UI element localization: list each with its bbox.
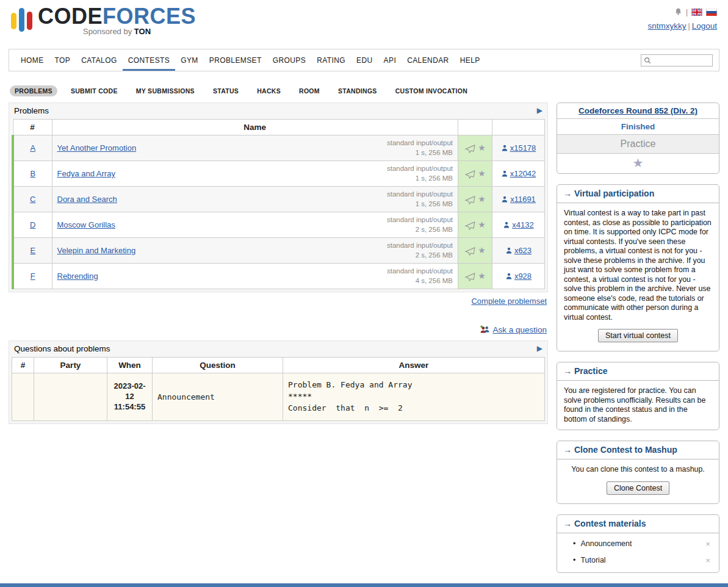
top-bar: CODEFORCES Sponsored by TON | [9, 0, 719, 46]
separator: | [688, 22, 690, 31]
codeforces-logo[interactable]: CODEFORCES Sponsored by TON [11, 5, 196, 37]
subnav-problems[interactable]: PROBLEMS [10, 85, 57, 96]
ask-question-link[interactable]: Ask a question [492, 325, 547, 334]
solvers-person-icon [505, 272, 513, 280]
submit-plane-icon[interactable] [464, 221, 475, 230]
submit-plane-icon[interactable] [464, 170, 475, 179]
start-virtual-contest-button[interactable]: Start virtual contest [598, 329, 678, 342]
expand-arrow-icon[interactable]: ▶ [537, 344, 542, 353]
problem-limits: standard input/output4 s, 256 MB [387, 267, 453, 286]
nav-item-calendar[interactable]: CALENDAR [402, 49, 455, 71]
favorite-star-icon[interactable]: ★ [478, 245, 486, 255]
problem-letter-link[interactable]: C [30, 195, 35, 204]
contest-materials-caption: →Contest materials [557, 515, 719, 533]
flag-ru-icon[interactable] [706, 9, 717, 16]
question-answer-cell: Problem B. Fedya and Array ***** Conside… [283, 373, 545, 421]
problem-name-link[interactable]: Moscow Gorillas [57, 220, 115, 229]
problem-letter-link[interactable]: F [31, 272, 35, 281]
solvers-person-icon [503, 221, 510, 229]
subnav-custom-invocation[interactable]: CUSTOM INVOCATION [391, 85, 472, 96]
nav-item-catalog[interactable]: CATALOG [76, 49, 122, 71]
material-item: • Announcement × [572, 536, 714, 552]
close-icon[interactable]: × [703, 539, 713, 549]
nav-item-edu[interactable]: EDU [351, 49, 378, 71]
problem-name-link[interactable]: Rebrending [57, 272, 98, 281]
submit-plane-icon[interactable] [464, 145, 475, 153]
col-header-when: When [107, 358, 153, 373]
subnav-my-submissions[interactable]: MY SUBMISSIONS [131, 85, 200, 96]
questions-table-box: Questions about problems ▶ # Party When … [9, 340, 548, 424]
problem-row: E Velepin and Marketing standard input/o… [13, 238, 545, 264]
notification-bell-icon[interactable] [674, 7, 682, 18]
problem-row: F Rebrending standard input/output4 s, 2… [13, 264, 545, 289]
question-number-cell [12, 373, 34, 421]
col-header-number: # [13, 120, 52, 135]
problem-letter-link[interactable]: A [30, 143, 35, 153]
nav-item-rating[interactable]: RATING [311, 49, 351, 71]
submit-plane-icon[interactable] [464, 196, 475, 204]
expand-arrow-icon[interactable]: ▶ [537, 106, 542, 115]
problem-name-link[interactable]: Yet Another Promotion [57, 143, 137, 153]
nav-item-home[interactable]: HOME [15, 49, 49, 71]
favorite-star-icon[interactable]: ★ [478, 168, 486, 178]
submit-plane-icon[interactable] [464, 247, 475, 256]
problem-letter-link[interactable]: B [30, 169, 35, 178]
search-input[interactable] [653, 56, 710, 65]
solved-count-link[interactable]: x15178 [510, 143, 536, 153]
contest-title-link[interactable]: Codeforces Round 852 (Div. 2) [578, 106, 697, 115]
solvers-person-icon [501, 195, 508, 203]
nav-item-contests[interactable]: CONTESTS [123, 49, 176, 71]
nav-item-api[interactable]: API [378, 49, 402, 71]
solved-count-link[interactable]: x928 [514, 272, 532, 281]
nav-item-top[interactable]: TOP [49, 49, 76, 71]
complete-problemset-link[interactable]: Complete problemset [471, 297, 547, 306]
solved-count-link[interactable]: x11691 [510, 195, 536, 204]
favorite-star-icon[interactable]: ★ [478, 194, 486, 204]
problem-name-link[interactable]: Fedya and Array [57, 169, 115, 178]
flag-en-icon[interactable] [691, 9, 702, 16]
favorite-star-icon[interactable]: ★ [478, 271, 486, 281]
problems-table-box: Problems ▶ # Name [9, 103, 548, 292]
col-header-q-number: # [12, 358, 34, 373]
clone-contest-button[interactable]: Clone Contest [607, 481, 669, 495]
nav-item-groups[interactable]: GROUPS [267, 49, 311, 71]
problem-row: B Fedya and Array standard input/output1… [13, 161, 545, 187]
problems-caption: Problems ▶ [9, 103, 547, 119]
nav-item-problemset[interactable]: PROBLEMSET [204, 49, 267, 71]
logo-code: CODE [38, 4, 103, 29]
subnav-room[interactable]: ROOM [294, 85, 325, 96]
subnav-hacks[interactable]: HACKS [252, 85, 286, 96]
virtual-participation-text: Virtual contest is a way to take part in… [564, 209, 712, 322]
caption-arrow-icon: → [563, 366, 572, 376]
nav-item-help[interactable]: HELP [455, 49, 486, 71]
close-icon[interactable]: × [703, 556, 713, 565]
material-item: • Tutorial × [572, 552, 714, 569]
solved-count-link[interactable]: x623 [514, 246, 532, 255]
solved-count-link[interactable]: x12042 [510, 169, 536, 178]
solved-count-link[interactable]: x4132 [512, 220, 533, 229]
material-announcement-link[interactable]: Announcement [580, 539, 632, 548]
username-link[interactable]: sntmxykky [648, 21, 687, 31]
sidebar: Codeforces Round 852 (Div. 2) Finished P… [557, 103, 719, 583]
problem-letter-link[interactable]: E [30, 246, 35, 255]
problem-name-link[interactable]: Velepin and Marketing [57, 246, 136, 255]
contest-materials-list: • Announcement × • Tutorial × [557, 533, 719, 572]
practice-text: You are registered for practice. You can… [564, 386, 712, 424]
subnav-submit-code[interactable]: SUBMIT CODE [66, 85, 123, 96]
caption-arrow-icon: → [563, 445, 572, 455]
problem-name-link[interactable]: Dora and Search [57, 195, 117, 204]
logout-link[interactable]: Logout [692, 21, 717, 31]
subnav-status[interactable]: STATUS [208, 85, 243, 96]
favorite-star-icon[interactable]: ★ [478, 143, 486, 153]
problem-limits: standard input/output1 s, 256 MB [387, 190, 453, 209]
submit-plane-icon[interactable] [464, 273, 475, 281]
favorite-star-icon[interactable]: ★ [478, 220, 486, 229]
nav-item-gym[interactable]: GYM [175, 49, 204, 71]
contest-favorite-star-icon[interactable]: ★ [633, 156, 644, 170]
material-tutorial-link[interactable]: Tutorial [580, 556, 605, 564]
subnav-standings[interactable]: STANDINGS [333, 85, 382, 96]
contest-info-box: Codeforces Round 852 (Div. 2) Finished P… [557, 103, 719, 174]
logo-forces: FORCES [103, 4, 196, 29]
bullet-icon: • [573, 556, 575, 564]
problem-letter-link[interactable]: D [30, 220, 35, 229]
